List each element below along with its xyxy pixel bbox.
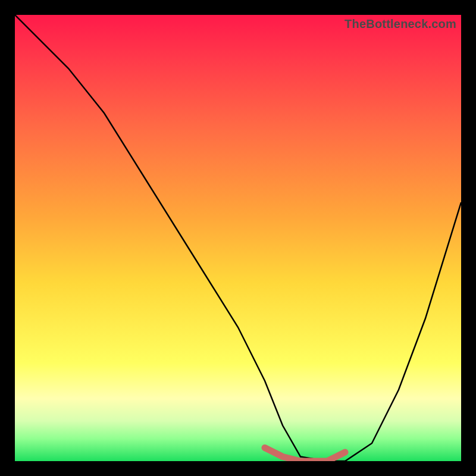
watermark-text: TheBottleneck.com: [345, 17, 456, 31]
chart-svg: [15, 15, 461, 461]
bottleneck-curve-path: [15, 15, 461, 461]
highlight-segment-path: [265, 448, 345, 462]
chart-frame: TheBottleneck.com: [0, 0, 476, 476]
chart-plot-area: TheBottleneck.com: [15, 15, 461, 461]
